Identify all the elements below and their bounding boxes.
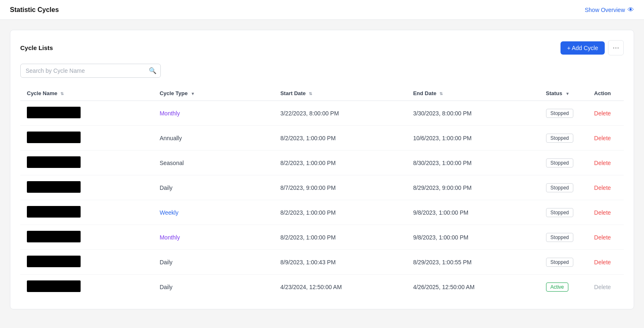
cycle-type-cell: Annually [153,126,274,151]
cycle-type-cell: Daily [153,275,274,299]
cycle-type-cell: Monthly [153,101,274,126]
status-badge: Stopped [546,158,574,168]
delete-button[interactable]: Delete [594,259,611,266]
status-badge: Stopped [546,233,574,242]
search-input[interactable] [20,64,161,78]
status-badge: Stopped [546,134,574,143]
status-cell: Stopped [539,101,588,126]
table-row: Weekly8/2/2023, 1:00:00 PM9/8/2023, 1:00… [20,200,624,225]
status-cell: Active [539,275,588,299]
table-row: Daily8/9/2023, 1:00:43 PM8/29/2023, 1:00… [20,250,624,275]
delete-button[interactable]: Delete [594,209,611,216]
cycle-name-blocked [27,280,81,292]
main-content: Cycle Lists + Add Cycle ⋯ 🔍 Cycle Name ⇅ [0,20,644,319]
search-wrapper: 🔍 [20,64,161,78]
top-bar: Statistic Cycles Show Overview 👁 [0,0,644,20]
action-cell: Delete [587,225,624,250]
eye-icon: 👁 [627,6,634,14]
start-date-cell: 8/7/2023, 9:00:00 PM [274,175,406,200]
cycle-name-sort-icon: ⇅ [60,91,64,96]
status-cell: Stopped [539,250,588,275]
action-cell: Delete [587,151,624,175]
delete-button[interactable]: Delete [594,110,611,117]
th-end-date[interactable]: End Date ⇅ [406,86,539,101]
cycle-type-cell: Seasonal [153,151,274,175]
cycle-name-cell [20,126,153,151]
page-title: Statistic Cycles [10,6,59,14]
th-cycle-name[interactable]: Cycle Name ⇅ [20,86,153,101]
show-overview-label: Show Overview [585,7,625,13]
card-title: Cycle Lists [20,44,53,51]
th-cycle-type[interactable]: Cycle Type ▼ [153,86,274,101]
cycle-type-cell: Daily [153,175,274,200]
status-cell: Stopped [539,200,588,225]
cycle-name-cell [20,151,153,175]
table-header-row: Cycle Name ⇅ Cycle Type ▼ Start Date ⇅ E… [20,86,624,101]
search-section: 🔍 [20,64,624,78]
cycle-type-cell: Daily [153,250,274,275]
cycle-name-cell [20,250,153,275]
cycle-name-blocked [27,107,81,118]
cycle-name-blocked [27,206,81,218]
cycles-table: Cycle Name ⇅ Cycle Type ▼ Start Date ⇅ E… [20,86,624,299]
end-date-cell: 9/8/2023, 1:00:00 PM [406,225,539,250]
delete-button[interactable]: Delete [594,234,611,241]
cycle-type-filter-icon: ▼ [191,91,195,96]
table-row: Monthly3/22/2023, 8:00:00 PM3/30/2023, 8… [20,101,624,126]
status-cell: Stopped [539,151,588,175]
start-date-cell: 8/2/2023, 1:00:00 PM [274,200,406,225]
start-date-cell: 4/23/2024, 12:50:00 AM [274,275,406,299]
end-date-cell: 10/6/2023, 1:00:00 PM [406,126,539,151]
status-cell: Stopped [539,225,588,250]
status-badge: Active [546,283,569,292]
table-row: Seasonal8/2/2023, 1:00:00 PM8/30/2023, 1… [20,151,624,175]
add-cycle-button[interactable]: + Add Cycle [561,41,605,55]
cycle-name-blocked [27,231,81,242]
end-date-cell: 3/30/2023, 8:00:00 PM [406,101,539,126]
end-date-sort-icon: ⇅ [439,91,443,96]
th-status[interactable]: Status ▼ [539,86,588,101]
cycle-lists-card: Cycle Lists + Add Cycle ⋯ 🔍 Cycle Name ⇅ [10,30,634,309]
table-row: Annually8/2/2023, 1:00:00 PM10/6/2023, 1… [20,126,624,151]
start-date-sort-icon: ⇅ [309,91,312,96]
start-date-cell: 3/22/2023, 8:00:00 PM [274,101,406,126]
end-date-cell: 8/29/2023, 9:00:00 PM [406,175,539,200]
end-date-cell: 9/8/2023, 1:00:00 PM [406,200,539,225]
status-badge: Stopped [546,208,574,217]
show-overview-link[interactable]: Show Overview 👁 [585,6,634,14]
card-header: Cycle Lists + Add Cycle ⋯ [20,40,624,55]
status-filter-icon: ▼ [565,91,570,96]
end-date-cell: 4/26/2025, 12:50:00 AM [406,275,539,299]
table-row: Monthly8/2/2023, 1:00:00 PM9/8/2023, 1:0… [20,225,624,250]
status-badge: Stopped [546,258,574,267]
more-options-button[interactable]: ⋯ [608,40,624,55]
th-start-date[interactable]: Start Date ⇅ [274,86,406,101]
cycle-name-cell [20,275,153,299]
cycle-type-cell: Weekly [153,200,274,225]
cycle-name-blocked [27,132,81,143]
start-date-cell: 8/9/2023, 1:00:43 PM [274,250,406,275]
action-cell: Delete [587,126,624,151]
cycle-type-cell: Monthly [153,225,274,250]
delete-button[interactable]: Delete [594,135,611,141]
th-action: Action [587,86,624,101]
cycle-name-cell [20,225,153,250]
header-actions: + Add Cycle ⋯ [561,40,624,55]
delete-button[interactable]: Delete [594,160,611,166]
action-cell: Delete [587,175,624,200]
action-cell: Delete [587,101,624,126]
delete-button[interactable]: Delete [594,184,611,191]
cycle-name-blocked [27,156,81,168]
table-row: Daily8/7/2023, 9:00:00 PM8/29/2023, 9:00… [20,175,624,200]
action-cell: Delete [587,250,624,275]
table-row: Daily4/23/2024, 12:50:00 AM4/26/2025, 12… [20,275,624,299]
end-date-cell: 8/29/2023, 1:00:55 PM [406,250,539,275]
cycle-name-cell [20,200,153,225]
status-badge: Stopped [546,183,574,192]
start-date-cell: 8/2/2023, 1:00:00 PM [274,126,406,151]
cycle-name-cell [20,175,153,200]
delete-button: Delete [594,284,611,290]
cycle-name-blocked [27,181,81,193]
status-cell: Stopped [539,126,588,151]
start-date-cell: 8/2/2023, 1:00:00 PM [274,225,406,250]
